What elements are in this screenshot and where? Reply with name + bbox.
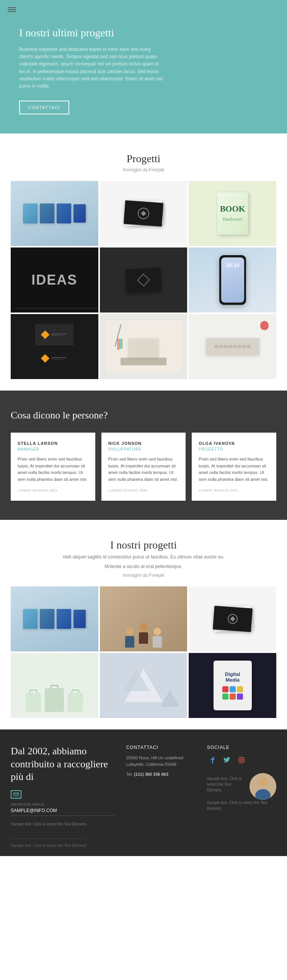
footer-col-main: Dal 2002, abbiamo contribuito a raccogli…: [11, 745, 115, 827]
grid-image-6: 10:10: [189, 247, 276, 313]
email-icon: [11, 790, 21, 799]
testimonial-card-1: STELLA LARSON MANAGER Proin sed libero e…: [11, 433, 95, 500]
footer-contatti-title: CONTATTACI: [126, 745, 196, 750]
testimonial-text-1: Proin sed libero enim sed faucibus turpi…: [18, 456, 88, 483]
hero-section: I nostri ultimi progetti Business expert…: [0, 0, 287, 133]
hero-title: I nostri ultimi progetti: [19, 27, 272, 39]
testimonial-text-2: Proin sed libero enim sed faucibus turpi…: [108, 456, 179, 483]
progetti-subtitle: Immagini da Freepik: [11, 167, 276, 173]
progetti2-subtitle: Immagini da Freepik: [11, 573, 276, 578]
svg-point-3: [243, 758, 243, 759]
instagram-icon[interactable]: [236, 755, 247, 765]
grid-image-5: [100, 247, 188, 313]
testimonial-card-3: OLGA IVANOVA PROGETTO Proin sed libero e…: [192, 433, 276, 500]
grid-image-9: [189, 314, 276, 379]
grid-image-8: [100, 314, 188, 379]
grid-image-4: IDEAS: [11, 247, 98, 313]
progetti-grid: BOOKHardcover IDEAS 10:10: [11, 181, 276, 379]
twitter-icon[interactable]: [222, 755, 232, 765]
progetti2-image-4: [11, 653, 98, 718]
progetti-title: Progetti: [11, 153, 276, 165]
footer-bottom-text: Sample text. Click to select the Text El…: [11, 838, 87, 848]
progetti2-title: I nostri progetti: [11, 539, 276, 551]
footer-phone-number: (111) 360 336 663: [134, 772, 168, 777]
footer-bottom-row: Sample text. Click to select the Text El…: [11, 838, 276, 848]
testimonials-title: Cosa dicono le persone?: [11, 410, 276, 421]
hero-text: Business expertise and dedicated teams t…: [19, 46, 165, 90]
footer-social-text2: Sample text. Click to select the Text El…: [207, 800, 276, 811]
footer-bottom: Sample text. Click to select the Text El…: [0, 838, 287, 856]
footer-main-title: Dal 2002, abbiamo contribuito a raccogli…: [11, 745, 115, 783]
svg-rect-1: [239, 757, 244, 763]
progetti2-desc1: Velit aliquet sagittis id consectetur pu…: [11, 553, 276, 561]
footer-social-text1: Sample text. Click to select the Text El…: [207, 776, 245, 793]
menu-button[interactable]: [8, 6, 16, 13]
footer-col-contatti: CONTATTACI 25000 Noce, Hill Un undefined…: [126, 745, 196, 778]
svg-point-2: [240, 759, 243, 761]
testimonial-name-3: OLGA IVANOVA: [199, 441, 269, 446]
testimonials-grid: STELLA LARSON MANAGER Proin sed libero e…: [11, 433, 276, 500]
testimonial-name-1: STELLA LARSON: [18, 441, 88, 446]
footer-email: SAMPLE@INFO.COM: [11, 808, 115, 816]
grid-image-2: [100, 181, 188, 246]
footer-social-icons: [207, 755, 276, 765]
footer-phone: Tel: (111) 360 336 663: [126, 772, 196, 777]
footer-sociale-title: SOCIALE: [207, 745, 276, 750]
progetti2-image-6: DigitalMedia: [189, 653, 276, 718]
testimonial-date-3: LUNEDÌ MAGGIO 2001: [199, 488, 269, 492]
progetti-section: Progetti Immagini da Freepik: [0, 133, 287, 391]
progetti2-image-2: [100, 586, 188, 651]
testimonial-date-2: LUNEDÌ GIUGNO 2081: [108, 488, 179, 492]
testimonial-card-2: NICK JONSON SVILUPPATORE Proin sed liber…: [101, 433, 186, 500]
progetti2-image-5: [100, 653, 188, 718]
testimonial-name-2: NICK JONSON: [108, 441, 179, 446]
footer-small-text: Sample text. Click to select the Text El…: [11, 821, 115, 827]
testimonial-role-2: SVILUPPATORE: [108, 447, 179, 451]
footer-col-sociale: SOCIALE: [207, 745, 276, 811]
progetti2-grid-row1: [11, 586, 276, 651]
footer-email-label: INDIRIZZO EMAIL: [11, 803, 115, 806]
facebook-icon[interactable]: [207, 755, 218, 765]
footer-phone-label: Tel:: [126, 772, 133, 777]
testimonial-role-3: PROGETTO: [199, 447, 269, 451]
grid-image-1: [11, 181, 98, 246]
testimonial-date-1: LUNEDÌ MAGGIO 2001: [18, 488, 88, 492]
progetti2-image-3: [189, 586, 276, 651]
footer: Dal 2002, abbiamo contribuito a raccogli…: [0, 729, 287, 838]
footer-address: 25000 Noce, Hill Un undefined Lafayette,…: [126, 755, 196, 768]
svg-point-5: [258, 778, 267, 787]
progetti2-image-1: [11, 586, 98, 651]
contact-button[interactable]: CONTATTACI: [19, 101, 69, 114]
testimonials-section: Cosa dicono le persone? STELLA LARSON MA…: [0, 391, 287, 519]
testimonial-role-1: MANAGER: [18, 447, 88, 451]
grid-image-7: [11, 314, 98, 379]
footer-avatar: [249, 773, 276, 800]
progetti2-desc2: Molestie a iaculis at erat pellentesque.: [11, 563, 276, 570]
phone-time: 10:10: [226, 262, 240, 268]
progetti2-grid-row2: DigitalMedia: [11, 653, 276, 718]
progetti2-section: I nostri progetti Velit aliquet sagittis…: [0, 520, 287, 729]
testimonial-text-3: Proin sed libero enim sed faucibus turpi…: [199, 456, 269, 483]
grid-image-3: BOOKHardcover: [189, 181, 276, 246]
